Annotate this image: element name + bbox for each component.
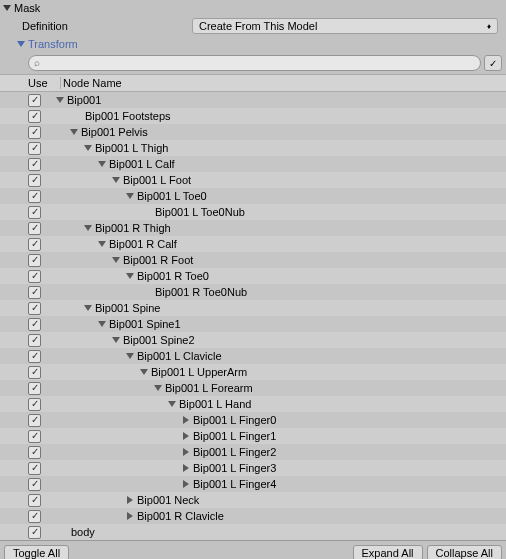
tree-row[interactable]: Bip001 L Toe0 bbox=[0, 188, 506, 204]
use-checkbox[interactable] bbox=[28, 526, 41, 539]
tree-row[interactable]: Bip001 L Toe0Nub bbox=[0, 204, 506, 220]
tree-row[interactable]: Bip001 Neck bbox=[0, 492, 506, 508]
tree-row[interactable]: Bip001 bbox=[0, 92, 506, 108]
tree-row[interactable]: Bip001 Spine bbox=[0, 300, 506, 316]
use-checkbox[interactable] bbox=[28, 366, 41, 379]
foldout-icon[interactable] bbox=[98, 161, 106, 167]
toggle-all-button[interactable]: Toggle All bbox=[4, 545, 69, 559]
tree-row[interactable]: Bip001 R Calf bbox=[0, 236, 506, 252]
use-checkbox[interactable] bbox=[28, 126, 41, 139]
tree-row[interactable]: Bip001 R Toe0 bbox=[0, 268, 506, 284]
tree-row[interactable]: Bip001 L UpperArm bbox=[0, 364, 506, 380]
foldout-icon[interactable] bbox=[154, 385, 162, 391]
tree-row[interactable]: Bip001 L Forearm bbox=[0, 380, 506, 396]
use-checkbox[interactable] bbox=[28, 446, 41, 459]
definition-label: Definition bbox=[22, 20, 192, 32]
foldout-icon[interactable] bbox=[70, 129, 78, 135]
foldout-icon[interactable] bbox=[98, 321, 106, 327]
dropdown-arrow-icon: ♦ bbox=[487, 22, 491, 31]
tree-row[interactable]: Bip001 L Finger4 bbox=[0, 476, 506, 492]
node-label: Bip001 L Thigh bbox=[95, 142, 168, 154]
foldout-icon[interactable] bbox=[140, 369, 148, 375]
tree-row[interactable]: Bip001 Pelvis bbox=[0, 124, 506, 140]
tree-row[interactable]: body bbox=[0, 524, 506, 540]
transform-section-header[interactable]: Transform bbox=[0, 36, 506, 52]
use-checkbox[interactable] bbox=[28, 254, 41, 267]
use-checkbox[interactable] bbox=[28, 158, 41, 171]
foldout-icon[interactable] bbox=[126, 193, 134, 199]
use-checkbox[interactable] bbox=[28, 462, 41, 475]
node-label: Bip001 L Finger3 bbox=[193, 462, 276, 474]
tree-row[interactable]: Bip001 L Thigh bbox=[0, 140, 506, 156]
use-checkbox[interactable] bbox=[28, 478, 41, 491]
foldout-icon[interactable] bbox=[127, 496, 133, 504]
confirm-button[interactable]: ✓ bbox=[484, 55, 502, 71]
use-checkbox[interactable] bbox=[28, 510, 41, 523]
foldout-icon[interactable] bbox=[127, 512, 133, 520]
use-checkbox[interactable] bbox=[28, 94, 41, 107]
use-checkbox[interactable] bbox=[28, 398, 41, 411]
collapse-all-button[interactable]: Collapse All bbox=[427, 545, 502, 559]
use-checkbox[interactable] bbox=[28, 318, 41, 331]
foldout-icon[interactable] bbox=[98, 241, 106, 247]
use-checkbox[interactable] bbox=[28, 334, 41, 347]
foldout-icon[interactable] bbox=[183, 416, 189, 424]
tree-row[interactable]: Bip001 L Finger0 bbox=[0, 412, 506, 428]
foldout-icon[interactable] bbox=[112, 337, 120, 343]
foldout-icon[interactable] bbox=[126, 353, 134, 359]
use-checkbox[interactable] bbox=[28, 382, 41, 395]
use-checkbox[interactable] bbox=[28, 270, 41, 283]
use-checkbox[interactable] bbox=[28, 350, 41, 363]
use-checkbox[interactable] bbox=[28, 174, 41, 187]
tree-row[interactable]: Bip001 Spine2 bbox=[0, 332, 506, 348]
tree-row[interactable]: Bip001 L Hand bbox=[0, 396, 506, 412]
transform-label: Transform bbox=[28, 38, 78, 50]
use-checkbox[interactable] bbox=[28, 222, 41, 235]
tree-row[interactable]: Bip001 L Finger3 bbox=[0, 460, 506, 476]
node-label: Bip001 L Finger2 bbox=[193, 446, 276, 458]
foldout-icon[interactable] bbox=[168, 401, 176, 407]
tree-row[interactable]: Bip001 R Toe0Nub bbox=[0, 284, 506, 300]
foldout-icon[interactable] bbox=[84, 145, 92, 151]
tree-row[interactable]: Bip001 Footsteps bbox=[0, 108, 506, 124]
tree-row[interactable]: Bip001 R Thigh bbox=[0, 220, 506, 236]
foldout-icon[interactable] bbox=[112, 177, 120, 183]
definition-dropdown[interactable]: Create From This Model ♦ bbox=[192, 18, 498, 34]
tree-row[interactable]: Bip001 R Foot bbox=[0, 252, 506, 268]
use-checkbox[interactable] bbox=[28, 110, 41, 123]
use-checkbox[interactable] bbox=[28, 286, 41, 299]
tree-row[interactable]: Bip001 L Foot bbox=[0, 172, 506, 188]
mask-section-header[interactable]: Mask bbox=[0, 0, 506, 16]
search-input[interactable]: ⌕ bbox=[28, 55, 481, 71]
use-checkbox[interactable] bbox=[28, 142, 41, 155]
foldout-icon[interactable] bbox=[112, 257, 120, 263]
foldout-icon[interactable] bbox=[183, 432, 189, 440]
use-checkbox[interactable] bbox=[28, 494, 41, 507]
foldout-icon bbox=[17, 41, 25, 47]
use-checkbox[interactable] bbox=[28, 302, 41, 315]
column-node-name: Node Name bbox=[63, 77, 122, 89]
foldout-icon[interactable] bbox=[126, 273, 134, 279]
use-checkbox[interactable] bbox=[28, 430, 41, 443]
tree-row[interactable]: Bip001 L Calf bbox=[0, 156, 506, 172]
use-checkbox[interactable] bbox=[28, 238, 41, 251]
node-label: Bip001 bbox=[67, 94, 101, 106]
search-icon: ⌕ bbox=[34, 57, 40, 68]
tree-row[interactable]: Bip001 L Clavicle bbox=[0, 348, 506, 364]
node-label: Bip001 R Foot bbox=[123, 254, 193, 266]
tree-row[interactable]: Bip001 L Finger2 bbox=[0, 444, 506, 460]
foldout-icon[interactable] bbox=[84, 225, 92, 231]
expand-all-button[interactable]: Expand All bbox=[353, 545, 423, 559]
foldout-icon[interactable] bbox=[183, 448, 189, 456]
foldout-icon[interactable] bbox=[183, 464, 189, 472]
tree-row[interactable]: Bip001 R Clavicle bbox=[0, 508, 506, 524]
tree-row[interactable]: Bip001 Spine1 bbox=[0, 316, 506, 332]
use-checkbox[interactable] bbox=[28, 190, 41, 203]
foldout-icon[interactable] bbox=[84, 305, 92, 311]
use-checkbox[interactable] bbox=[28, 414, 41, 427]
node-label: body bbox=[71, 526, 95, 538]
tree-row[interactable]: Bip001 L Finger1 bbox=[0, 428, 506, 444]
foldout-icon[interactable] bbox=[183, 480, 189, 488]
foldout-icon[interactable] bbox=[56, 97, 64, 103]
use-checkbox[interactable] bbox=[28, 206, 41, 219]
